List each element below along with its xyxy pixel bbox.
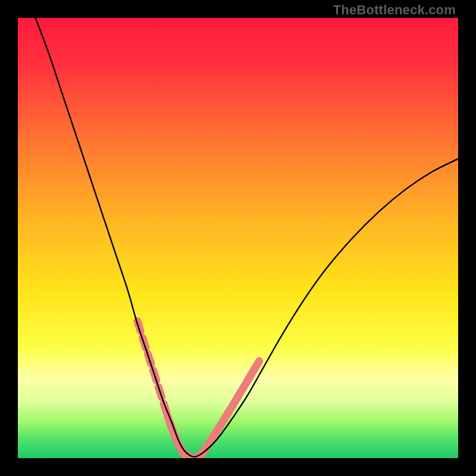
chart-frame: [18, 18, 458, 458]
chart-overlay: [18, 18, 458, 458]
marker-layer: [137, 321, 259, 458]
bottleneck-curve: [36, 18, 458, 457]
watermark-text: TheBottleneck.com: [333, 2, 456, 18]
marker-dot: [253, 361, 259, 370]
